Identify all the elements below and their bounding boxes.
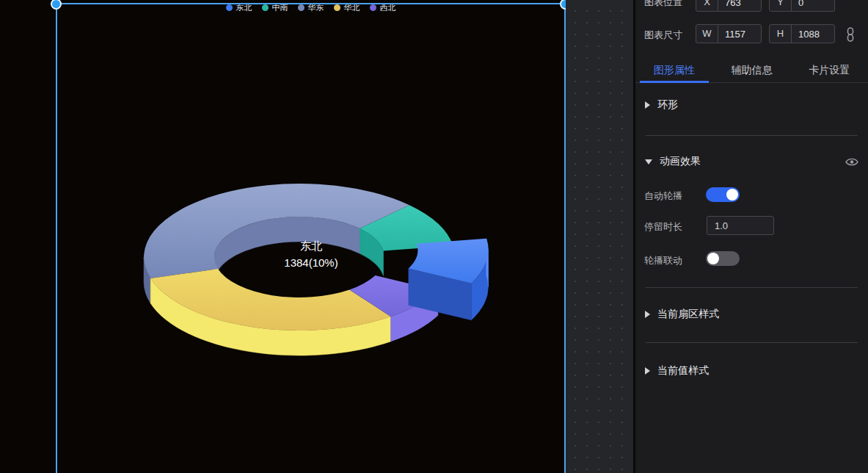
center-label-value: 1384(10%) — [284, 256, 338, 269]
donut-chart[interactable]: 东北 1384(10%) — [0, 0, 566, 473]
position-x-input-group[interactable]: X — [696, 0, 762, 12]
caret-right-icon — [645, 101, 650, 109]
section-header-current-sector[interactable]: 当前扇区样式 — [645, 308, 719, 321]
divider — [646, 135, 858, 136]
h-prefix-label: H — [770, 25, 792, 43]
eye-visibility-icon[interactable] — [845, 156, 858, 170]
section-title: 动画效果 — [660, 155, 701, 168]
chart-position-label: 图表位置 — [644, 0, 682, 9]
section-header-ring[interactable]: 环形 — [645, 98, 678, 112]
donut-sectors — [144, 184, 488, 355]
caret-right-icon — [645, 311, 650, 318]
tab-graphic-properties[interactable]: 图形属性 — [635, 59, 713, 82]
chart-size-label: 图表尺寸 — [644, 29, 682, 42]
section-title: 当前扇区样式 — [657, 308, 719, 321]
x-prefix-label: X — [696, 0, 718, 11]
caret-right-icon — [645, 367, 650, 375]
panel-tabs: 图形属性 辅助信息 卡片设置 — [635, 59, 868, 83]
selection-border-left — [56, 3, 57, 473]
toggle-knob — [726, 189, 738, 201]
properties-panel: 图表位置 X Y 图表尺寸 W H 图形属性 辅助信息 卡片设置 — [633, 0, 868, 473]
divider — [646, 342, 858, 343]
section-header-current-value[interactable]: 当前值样式 — [645, 364, 709, 378]
position-y-input[interactable] — [792, 0, 834, 8]
stay-duration-label: 停留时长 — [644, 220, 682, 234]
selection-border-top — [56, 3, 566, 4]
center-label-name: 东北 — [300, 239, 322, 252]
section-header-animation[interactable]: 动画效果 — [645, 155, 701, 168]
size-h-input-group[interactable]: H — [769, 24, 835, 43]
y-prefix-label: Y — [770, 0, 792, 11]
section-title: 环形 — [657, 98, 678, 112]
carousel-link-label: 轮播联动 — [644, 254, 682, 267]
divider — [646, 287, 858, 288]
size-h-input[interactable] — [792, 29, 834, 40]
editor-workspace[interactable] — [566, 0, 633, 473]
tab-card-settings[interactable]: 卡片设置 — [790, 59, 868, 82]
size-w-input[interactable] — [718, 29, 760, 40]
size-w-input-group[interactable]: W — [696, 24, 762, 43]
position-y-input-group[interactable]: Y — [769, 0, 835, 12]
position-x-input[interactable] — [718, 0, 760, 8]
auto-carousel-toggle[interactable] — [706, 187, 740, 202]
w-prefix-label: W — [696, 25, 718, 43]
toggle-knob — [707, 253, 719, 264]
auto-carousel-label: 自动轮播 — [644, 189, 682, 203]
caret-down-icon — [645, 159, 652, 165]
aspect-ratio-lock-icon[interactable] — [845, 27, 856, 45]
chart-editor-window: 东北中南华东华北西北 东北 1384(10%) 图表位置 X Y 图表尺寸 W — [0, 0, 868, 473]
stay-duration-input[interactable] — [707, 216, 774, 235]
carousel-link-toggle[interactable] — [706, 251, 740, 266]
tab-auxiliary-info[interactable]: 辅助信息 — [713, 59, 791, 82]
dashboard-canvas[interactable]: 东北中南华东华北西北 东北 1384(10%) — [0, 0, 566, 473]
section-title: 当前值样式 — [657, 364, 709, 378]
